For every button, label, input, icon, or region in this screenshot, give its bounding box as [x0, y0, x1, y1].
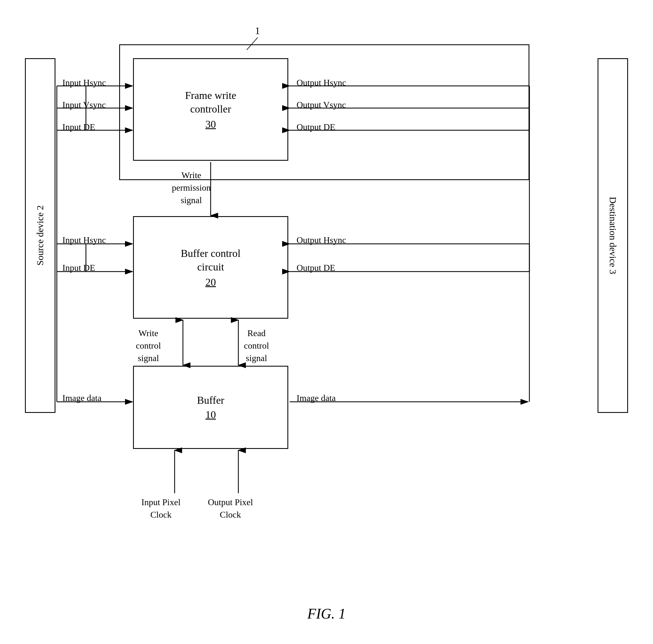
input-hsync-mid-label: Input Hsync — [63, 235, 106, 245]
output-de-mid-label: Output DE — [296, 263, 335, 273]
read-control-signal-label: Readcontrolsignal — [244, 327, 269, 364]
output-hsync-mid-label: Output Hsync — [296, 235, 346, 245]
source-device-box: Source device 2 — [25, 58, 55, 413]
output-vsync-label: Output Vsync — [296, 100, 346, 110]
write-permission-signal-label: Writepermissionsignal — [172, 169, 211, 206]
figure-label: FIG. 1 — [307, 605, 346, 622]
destination-device-label: Destination device 3 — [608, 197, 618, 274]
buffer-control-circuit-box: Buffer control circuit 20 — [133, 216, 288, 319]
buffer-label: Buffer — [197, 394, 224, 406]
buffer-ref: 10 — [205, 408, 216, 421]
buffer-box: Buffer 10 — [133, 366, 288, 449]
output-hsync-top-label: Output Hsync — [296, 78, 346, 88]
image-data-out-label: Image data — [296, 393, 336, 403]
fwc-label: Frame write controller — [185, 89, 236, 116]
frame-write-controller-box: Frame write controller 30 — [133, 58, 288, 161]
bcc-ref: 20 — [205, 276, 216, 288]
input-vsync-label: Input Vsync — [63, 100, 106, 110]
image-data-in-label: Image data — [63, 393, 101, 403]
input-de-top-label: Input DE — [63, 122, 95, 132]
fwc-ref: 30 — [205, 118, 216, 130]
input-hsync-top-label: Input Hsync — [63, 78, 106, 88]
output-de-top-label: Output DE — [296, 122, 335, 132]
input-de-mid-label: Input DE — [63, 263, 95, 273]
input-pixel-clock-label: Input PixelClock — [141, 496, 180, 521]
source-device-label: Source device 2 — [35, 205, 45, 266]
bcc-label: Buffer control circuit — [181, 247, 241, 274]
ref-number-1: 1 — [255, 25, 260, 36]
output-pixel-clock-label: Output PixelClock — [208, 496, 253, 521]
write-control-signal-label: Writecontrolsignal — [136, 327, 161, 364]
destination-device-box: Destination device 3 — [598, 58, 628, 413]
